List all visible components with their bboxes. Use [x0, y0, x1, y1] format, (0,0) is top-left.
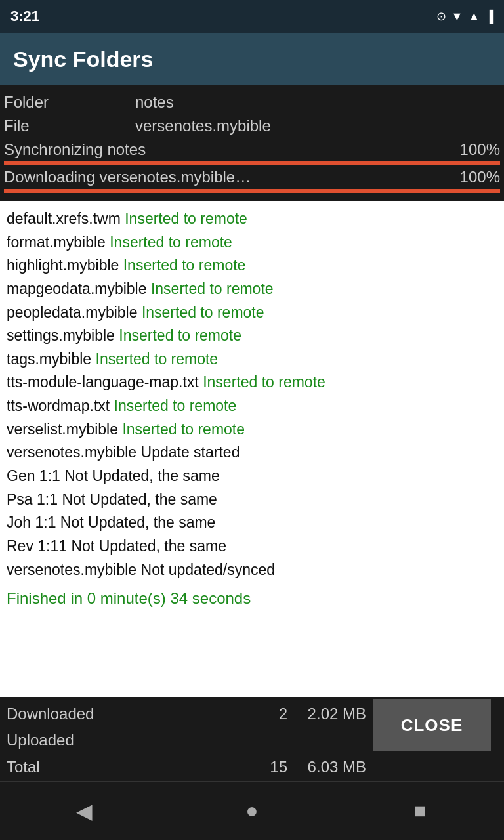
footer: Downloaded 2 2.02 MB Uploaded 13 4.01 MB… [0, 697, 504, 781]
uploaded-label: Uploaded [7, 727, 366, 754]
sync-progress-fill [4, 161, 500, 165]
log-item: verselist.mybible Inserted to remote [7, 418, 497, 442]
home-button[interactable]: ● [232, 791, 272, 831]
page-title: Sync Folders [13, 47, 154, 72]
log-item: highlight.mybible Inserted to remote [7, 254, 497, 278]
uploaded-row: Uploaded 13 4.01 MB CLOSE [7, 727, 497, 754]
log-section: default.xrefs.twm Inserted to remoteform… [0, 201, 504, 697]
folder-value: notes [135, 91, 174, 114]
finished-line: Finished in 0 minute(s) 34 seconds [7, 587, 497, 610]
close-button[interactable]: CLOSE [373, 699, 491, 751]
sync-percent: 100% [460, 140, 500, 159]
folder-row: Folder notes [4, 91, 500, 114]
log-item: default.xrefs.twm Inserted to remote [7, 207, 497, 231]
battery-icon: ▐ [485, 10, 494, 24]
sync-progress-bar [4, 161, 500, 165]
total-row: Total 15 6.03 MB [7, 754, 497, 781]
file-row: File versenotes.mybible [4, 114, 500, 138]
download-percent: 100% [460, 168, 500, 186]
total-label: Total [7, 754, 248, 781]
back-button[interactable]: ◀ [64, 791, 104, 831]
log-item: peopledata.mybible Inserted to remote [7, 301, 497, 325]
log-item: tts-wordmap.txt Inserted to remote [7, 394, 497, 418]
log-item: Gen 1:1 Not Updated, the same [7, 465, 497, 488]
total-size: 6.03 MB [301, 754, 379, 781]
log-item: tags.mybible Inserted to remote [7, 348, 497, 371]
log-lines: default.xrefs.twm Inserted to remoteform… [7, 207, 497, 581]
download-row: Downloading versenotes.mybible… 100% [4, 168, 500, 186]
log-item: Psa 1:1 Not Updated, the same [7, 488, 497, 512]
wifi-icon: ▼ [452, 10, 463, 24]
log-item: settings.mybible Inserted to remote [7, 324, 497, 348]
nav-bar: ◀ ● ■ [0, 781, 504, 840]
log-item: Joh 1:1 Not Updated, the same [7, 511, 497, 535]
signal-icon: ▲ [468, 10, 480, 24]
file-value: versenotes.mybible [135, 114, 271, 138]
log-item: format.mybible Inserted to remote [7, 231, 497, 255]
status-icons: ⊙ ▼ ▲ ▐ [436, 9, 494, 24]
download-label: Downloading versenotes.mybible… [4, 168, 251, 186]
downloaded-count: 2 [248, 701, 301, 728]
sync-row: Synchronizing notes 100% [4, 140, 500, 159]
download-progress-bar [4, 189, 500, 193]
footer-stats: Downloaded 2 2.02 MB Uploaded 13 4.01 MB… [0, 697, 504, 781]
recent-button[interactable]: ■ [400, 791, 440, 831]
status-bar: 3:21 ⊙ ▼ ▲ ▐ [0, 0, 504, 33]
download-progress-fill [4, 189, 500, 193]
sync-label: Synchronizing notes [4, 140, 146, 159]
info-section: Folder notes File versenotes.mybible Syn… [0, 85, 504, 201]
folder-label: Folder [4, 91, 135, 114]
downloaded-size: 2.02 MB [301, 701, 379, 728]
log-item: versenotes.mybible Update started [7, 441, 497, 465]
total-count: 15 [248, 754, 301, 781]
file-label: File [4, 114, 135, 138]
log-item: versenotes.mybible Not updated/synced [7, 558, 497, 582]
log-item: tts-module-language-map.txt Inserted to … [7, 371, 497, 394]
log-item: Rev 1:11 Not Updated, the same [7, 535, 497, 558]
recording-icon: ⊙ [436, 9, 446, 24]
log-item: mapgeodata.mybible Inserted to remote [7, 278, 497, 301]
status-time: 3:21 [10, 8, 39, 25]
downloaded-label: Downloaded [7, 701, 248, 728]
title-bar: Sync Folders [0, 33, 504, 85]
